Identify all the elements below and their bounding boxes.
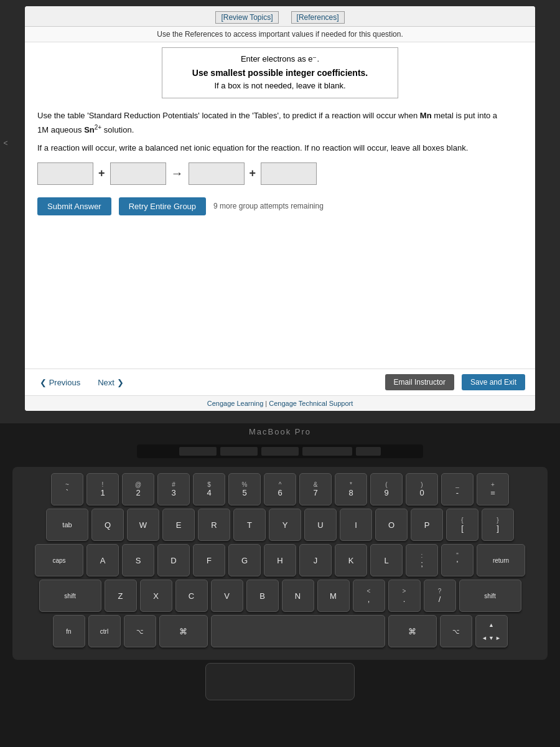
key-3[interactable]: # 3 xyxy=(157,473,190,505)
left-notch: < xyxy=(0,125,11,162)
footer-links: Cengage Learning | Cengage Technical Sup… xyxy=(25,395,535,411)
next-button[interactable]: Next ❯ xyxy=(93,375,128,390)
key-option-left[interactable]: ⌥ xyxy=(124,615,156,647)
key-j[interactable]: J xyxy=(299,544,332,576)
key-u[interactable]: U xyxy=(304,509,337,541)
key-2[interactable]: @ 2 xyxy=(122,473,154,505)
key-space[interactable] xyxy=(211,615,385,647)
references-link[interactable]: [References] xyxy=(291,11,345,24)
qwerty-row: tab Q W E R T Y U I O P { [ } ] xyxy=(22,509,538,541)
key-tab[interactable]: tab xyxy=(46,509,88,541)
email-instructor-button[interactable]: Email Instructor xyxy=(385,374,454,390)
instruction-line1: Enter electrons as e⁻. xyxy=(170,53,390,66)
tb-seg5 xyxy=(356,447,381,456)
key-p[interactable]: P xyxy=(411,509,443,541)
arrow-symbol: → xyxy=(171,166,184,181)
key-bracket-open[interactable]: { [ xyxy=(446,509,478,541)
key-r[interactable]: R xyxy=(198,509,230,541)
key-g[interactable]: G xyxy=(228,544,261,576)
question-part3: 1M aqueous xyxy=(37,125,82,134)
retry-entire-group-button[interactable]: Retry Entire Group xyxy=(119,197,206,215)
key-caps[interactable]: caps xyxy=(35,544,83,576)
key-4[interactable]: $ 4 xyxy=(193,473,225,505)
technical-support-link[interactable]: Cengage Technical Support xyxy=(269,400,353,407)
key-n[interactable]: N xyxy=(282,580,314,612)
save-and-exit-button[interactable]: Save and Exit xyxy=(462,374,525,390)
key-7[interactable]: & 7 xyxy=(299,473,332,505)
key-semicolon[interactable]: : ; xyxy=(406,544,438,576)
key-s[interactable]: S xyxy=(122,544,154,576)
eq-input-2[interactable] xyxy=(110,162,166,185)
zxcv-row: shift Z X C V B N M < , > . ? / shift xyxy=(22,580,538,612)
browser-content: [Review Topics] [References] Use the Ref… xyxy=(25,6,535,411)
keyboard-area: 🔍 ⊞ < 🔉 ✱ ◄ ✓ ● ~ ` xyxy=(0,438,560,747)
cengage-learning-link[interactable]: Cengage Learning xyxy=(207,400,264,407)
trackpad[interactable] xyxy=(205,663,355,700)
key-5[interactable]: % 5 xyxy=(228,473,261,505)
macbook-bar: MacBook Pro xyxy=(0,423,560,438)
instruction-line3: If a box is not needed, leave it blank. xyxy=(170,80,390,93)
key-v[interactable]: V xyxy=(211,580,243,612)
key-k[interactable]: K xyxy=(335,544,367,576)
key-tilde[interactable]: ~ ` xyxy=(51,473,83,505)
review-topics-link[interactable]: [Review Topics] xyxy=(215,11,278,24)
key-arrows[interactable]: ▲ ◄ ▼ ► xyxy=(475,615,508,647)
top-links-bar: [Review Topics] [References] xyxy=(25,6,535,27)
key-h[interactable]: H xyxy=(264,544,296,576)
previous-button[interactable]: ❮ Previous xyxy=(35,375,85,390)
spacer xyxy=(25,242,535,369)
key-shift-right[interactable]: shift xyxy=(459,580,521,612)
key-return[interactable]: return xyxy=(477,544,525,576)
reaction-text: If a reaction will occur, write a balanc… xyxy=(37,143,523,153)
key-comma[interactable]: < , xyxy=(353,580,385,612)
key-l[interactable]: L xyxy=(370,544,403,576)
tb-seg2 xyxy=(220,447,258,456)
key-0[interactable]: ) 0 xyxy=(406,473,438,505)
eq-input-4[interactable] xyxy=(261,162,317,185)
key-t[interactable]: T xyxy=(233,509,266,541)
key-z[interactable]: Z xyxy=(105,580,137,612)
key-cmd-right[interactable]: ⌘ xyxy=(388,615,437,647)
key-shift-left[interactable]: shift xyxy=(39,580,101,612)
question-part1: Use the table 'Standard Reduction Potent… xyxy=(37,111,418,120)
key-slash[interactable]: ? / xyxy=(424,580,456,612)
key-period[interactable]: > . xyxy=(388,580,421,612)
key-option-right[interactable]: ⌥ xyxy=(440,615,472,647)
key-ctrl[interactable]: ctrl xyxy=(88,615,121,647)
sn-label: Sn xyxy=(84,125,95,134)
key-e[interactable]: E xyxy=(162,509,195,541)
reference-note: Use the References to access important v… xyxy=(25,27,535,42)
key-quote[interactable]: " ' xyxy=(441,544,474,576)
attempts-text: 9 more group attempts remaining xyxy=(213,202,324,210)
key-9[interactable]: ( 9 xyxy=(370,473,403,505)
key-b[interactable]: B xyxy=(246,580,279,612)
key-c[interactable]: C xyxy=(175,580,208,612)
key-q[interactable]: Q xyxy=(91,509,124,541)
key-w[interactable]: W xyxy=(127,509,159,541)
key-8[interactable]: * 8 xyxy=(335,473,367,505)
touchbar-icons: 🔍 ⊞ < 🔉 ✱ ◄ ✓ ● xyxy=(6,438,554,464)
submit-answer-button[interactable]: Submit Answer xyxy=(37,197,111,215)
key-plus[interactable]: + = xyxy=(477,473,509,505)
key-y[interactable]: Y xyxy=(269,509,301,541)
asdf-row: caps A S D F G H J K L : ; " ' return xyxy=(22,544,538,576)
key-i[interactable]: I xyxy=(340,509,372,541)
eq-input-3[interactable] xyxy=(189,162,245,185)
number-key-row: ~ ` ! 1 @ 2 # 3 $ 4 % 5 xyxy=(22,473,538,505)
key-1[interactable]: ! 1 xyxy=(86,473,119,505)
key-a[interactable]: A xyxy=(86,544,119,576)
key-o[interactable]: O xyxy=(375,509,408,541)
key-bracket-close[interactable]: } ] xyxy=(482,509,514,541)
mn-label: Mn xyxy=(420,111,432,120)
key-f[interactable]: F xyxy=(193,544,225,576)
plus-symbol-2: + xyxy=(250,167,256,180)
key-cmd-left[interactable]: ⌘ xyxy=(159,615,208,647)
key-minus[interactable]: _ - xyxy=(441,473,474,505)
key-m[interactable]: M xyxy=(317,580,350,612)
key-x[interactable]: X xyxy=(140,580,172,612)
key-fn[interactable]: fn xyxy=(53,615,85,647)
question-text: Use the table 'Standard Reduction Potent… xyxy=(37,110,523,137)
key-6[interactable]: ^ 6 xyxy=(264,473,296,505)
key-d[interactable]: D xyxy=(157,544,190,576)
eq-input-1[interactable] xyxy=(37,162,93,185)
